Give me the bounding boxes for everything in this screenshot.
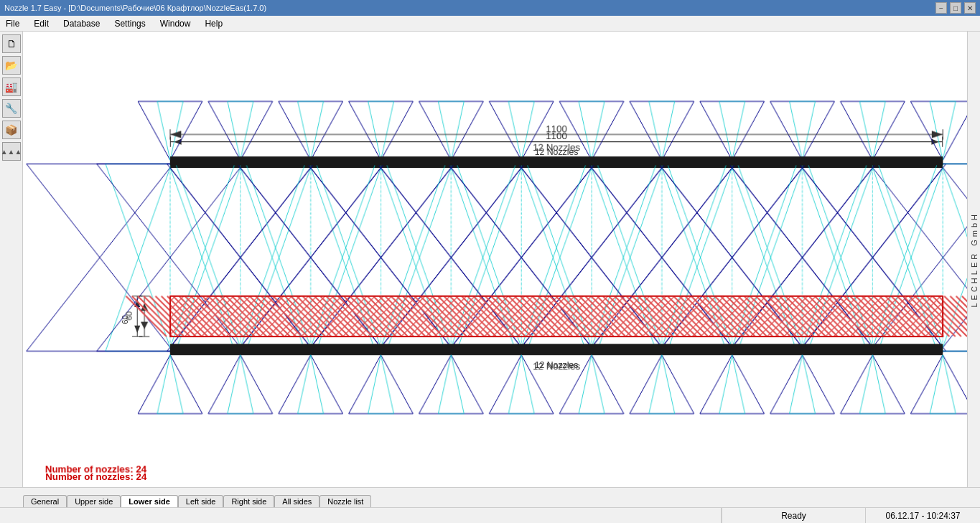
status-datetime: 06.12.17 - 10:24:37: [865, 508, 980, 523]
tab-nozzle-list[interactable]: Nozzle list: [319, 495, 371, 507]
export-button[interactable]: 📦: [2, 121, 21, 139]
tabs: GeneralUpper sideLower sideLeft sideRigh…: [23, 495, 371, 507]
tab-all-sides[interactable]: All sides: [274, 495, 319, 507]
statusbar: GeneralUpper sideLower sideLeft sideRigh…: [0, 487, 980, 523]
menu-item-help[interactable]: Help: [202, 17, 225, 30]
nozzle-button[interactable]: ▲▲▲: [2, 142, 21, 161]
status-left: [0, 508, 722, 523]
sidelabel: LECHLER GmbH: [967, 32, 980, 487]
new-button[interactable]: 🗋: [2, 34, 21, 53]
canvas-area: 1100 12 Nozzles 60 12 Nozzles: [23, 32, 967, 487]
menu-item-database[interactable]: Database: [60, 17, 103, 30]
menu-item-settings[interactable]: Settings: [111, 17, 148, 30]
titlebar: Nozzle 1.7 Easy - [D:\Documents\Рабочие\…: [0, 0, 980, 16]
menubar: FileEditDatabaseSettingsWindowHelp: [0, 16, 980, 32]
tab-general[interactable]: General: [23, 495, 67, 507]
main-canvas: 1100 12 Nozzles 60 12 Nozzles: [23, 32, 967, 487]
settings-button[interactable]: 🔧: [2, 99, 21, 118]
menu-item-file[interactable]: File: [3, 17, 22, 30]
tab-right-side[interactable]: Right side: [223, 495, 274, 507]
menu-item-window[interactable]: Window: [157, 17, 194, 30]
factory-button[interactable]: 🏭: [2, 77, 21, 96]
menu-item-edit[interactable]: Edit: [31, 17, 52, 30]
tab-upper-side[interactable]: Upper side: [67, 495, 121, 507]
statusinfo: Ready 06.12.17 - 10:24:37: [0, 507, 980, 523]
toolbar: 🗋 📂 🏭 🔧 📦 ▲▲▲: [0, 32, 23, 523]
status-ready: Ready: [722, 508, 865, 523]
close-button[interactable]: ✕: [964, 2, 976, 14]
maximize-button[interactable]: □: [950, 2, 961, 14]
tab-left-side[interactable]: Left side: [178, 495, 224, 507]
minimize-button[interactable]: −: [935, 2, 947, 14]
company-label: LECHLER GmbH: [970, 212, 979, 308]
titlebar-title: Nozzle 1.7 Easy - [D:\Documents\Рабочие\…: [4, 4, 266, 12]
open-button[interactable]: 📂: [2, 56, 21, 75]
tab-lower-side[interactable]: Lower side: [121, 495, 177, 507]
